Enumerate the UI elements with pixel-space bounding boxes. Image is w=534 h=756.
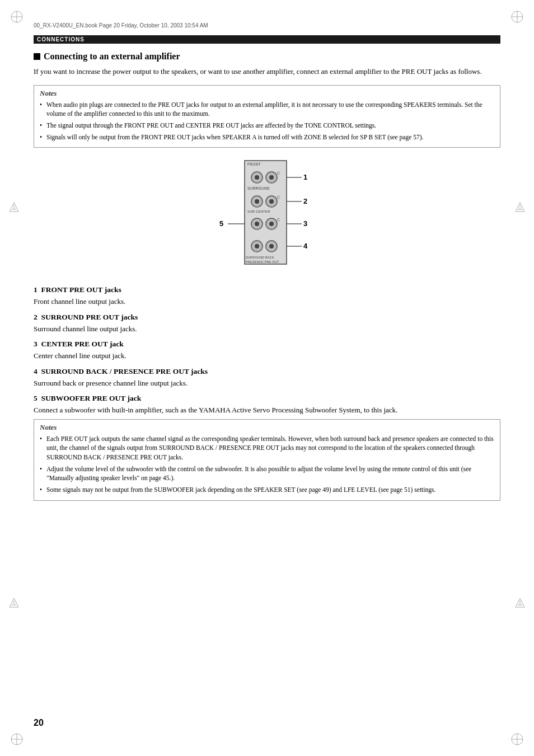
corner-mark-bl <box>8 731 25 748</box>
note-top-item-3: Signals will only be output from the FRO… <box>40 133 494 142</box>
svg-point-34 <box>269 199 274 204</box>
arrow-left-bottom <box>8 597 20 611</box>
notes-bottom-list: Each PRE OUT jack outputs the same chann… <box>40 434 494 495</box>
note-bottom-item-1: Each PRE OUT jack outputs the same chann… <box>40 434 494 462</box>
svg-text:SURROUND: SURROUND <box>247 186 270 190</box>
notes-bottom-title: Notes <box>40 423 494 432</box>
svg-point-40 <box>269 222 274 226</box>
jack-title-3: 3 CENTER PRE OUT jack <box>34 340 500 349</box>
page: 00_RX-V2400U_EN.book Page 20 Friday, Oct… <box>0 0 534 756</box>
jack-text-1: Front channel line output jacks. <box>34 296 500 307</box>
section-title-text: Connecting to an external amplifier <box>44 51 180 62</box>
jack-title-1: 1 FRONT PRE OUT jacks <box>34 285 500 294</box>
arrow-right-bottom <box>514 597 526 611</box>
diagram-container: C FRONT C SURROUND C SUB CENTER <box>205 158 329 275</box>
jack-section-3: 3 CENTER PRE OUT jack Center channel lin… <box>34 340 500 361</box>
title-square-icon <box>34 53 40 60</box>
arrow-left-top <box>8 201 20 215</box>
svg-text:SURROUND BACK: SURROUND BACK <box>246 256 274 259</box>
section-title: Connecting to an external amplifier <box>34 51 500 62</box>
svg-text:3: 3 <box>303 219 307 228</box>
svg-text:SUB CENTER: SUB CENTER <box>247 210 270 213</box>
svg-point-46 <box>269 244 274 248</box>
jack-text-5: Connect a subwoofer with built-in amplif… <box>34 405 500 416</box>
svg-text:2: 2 <box>303 197 307 205</box>
note-top-item-2: The signal output through the FRONT PRE … <box>40 121 494 130</box>
jack-panel-svg: C FRONT C SURROUND C SUB CENTER <box>205 158 329 278</box>
jack-section-4: 4 SURROUND BACK / PRESENCE PRE OUT jacks… <box>34 367 500 389</box>
intro-text: If you want to increase the power output… <box>34 66 500 77</box>
svg-point-38 <box>255 222 259 226</box>
notes-box-bottom: Notes Each PRE OUT jack outputs the same… <box>34 419 500 501</box>
svg-point-32 <box>255 199 259 204</box>
header-bar: CONNECTIONS <box>34 35 500 44</box>
jack-text-4: Surround back or presence channel line o… <box>34 378 500 389</box>
jack-title-2: 2 SURROUND PRE OUT jacks <box>34 313 500 322</box>
svg-point-26 <box>255 175 259 180</box>
notes-box-top: Notes When audio pin plugs are connected… <box>34 85 500 148</box>
notes-top-title: Notes <box>40 89 494 98</box>
svg-text:C: C <box>277 195 280 199</box>
svg-text:C: C <box>277 171 280 175</box>
note-bottom-item-2: Adjust the volume level of the subwoofer… <box>40 464 494 483</box>
svg-text:1: 1 <box>303 173 307 181</box>
jack-section-2: 2 SURROUND PRE OUT jacks Surround channe… <box>34 313 500 335</box>
jack-section-1: 1 FRONT PRE OUT jacks Front channel line… <box>34 285 500 307</box>
notes-top-list: When audio pin plugs are connected to th… <box>40 100 494 142</box>
jack-title-4: 4 SURROUND BACK / PRESENCE PRE OUT jacks <box>34 367 500 376</box>
svg-point-28 <box>269 175 274 180</box>
file-info: 00_RX-V2400U_EN.book Page 20 Friday, Oct… <box>34 22 500 29</box>
svg-text:5: 5 <box>219 219 223 228</box>
corner-mark-tr <box>509 8 526 25</box>
diagram-area: C FRONT C SURROUND C SUB CENTER <box>34 158 500 275</box>
jack-section-5: 5 SUBWOOFER PRE OUT jack Connect a subwo… <box>34 394 500 416</box>
svg-text:FRONT: FRONT <box>247 162 261 166</box>
jack-text-2: Surround channel line output jacks. <box>34 323 500 335</box>
corner-mark-br <box>509 731 526 748</box>
note-bottom-item-3: Some signals may not be output from the … <box>40 485 494 495</box>
corner-mark-tl <box>8 8 25 25</box>
svg-text:PRESENCE PRE OUT: PRESENCE PRE OUT <box>246 260 279 264</box>
arrow-right-top <box>514 201 526 215</box>
note-top-item-1: When audio pin plugs are connected to th… <box>40 100 494 119</box>
jack-title-5: 5 SUBWOOFER PRE OUT jack <box>34 394 500 403</box>
svg-text:C: C <box>277 218 280 222</box>
svg-point-44 <box>255 244 259 248</box>
svg-text:4: 4 <box>303 242 308 250</box>
jack-text-3: Center channel line output jack. <box>34 350 500 361</box>
header-label: CONNECTIONS <box>37 36 85 43</box>
jack-sections: 1 FRONT PRE OUT jacks Front channel line… <box>34 285 500 416</box>
page-number: 20 <box>34 718 44 728</box>
